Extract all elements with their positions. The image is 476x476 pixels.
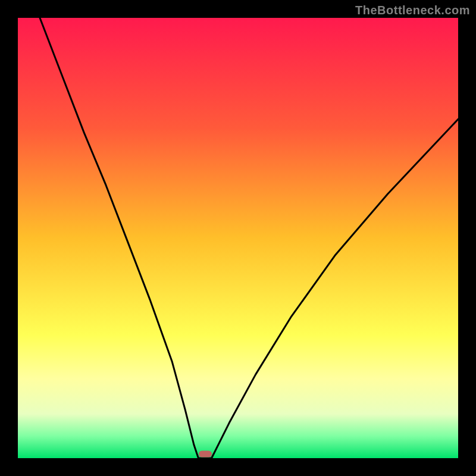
attribution-text: TheBottleneck.com	[355, 4, 470, 17]
chart-frame: TheBottleneck.com	[0, 0, 476, 476]
bottleneck-curve	[18, 18, 458, 458]
plot-area	[18, 18, 458, 458]
curve-path	[40, 18, 458, 458]
optimum-marker	[199, 450, 212, 457]
